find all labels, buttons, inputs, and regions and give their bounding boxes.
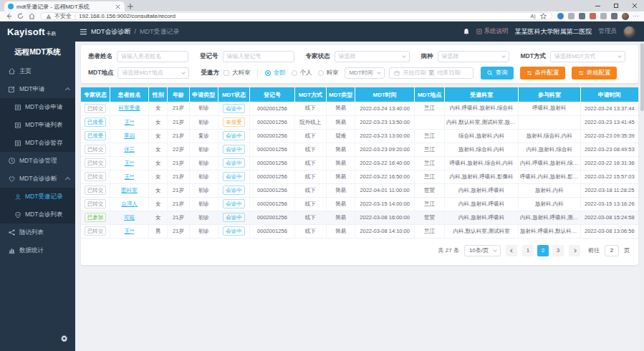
- search-button[interactable]: 查询: [481, 67, 514, 80]
- radio-department[interactable]: 科室: [318, 69, 338, 77]
- table-cell: 世贸: [414, 211, 444, 224]
- bell-icon[interactable]: [463, 28, 470, 36]
- table-cell: 王**: [110, 156, 148, 170]
- home-icon[interactable]: [29, 13, 35, 19]
- table-cell: 图科室: [110, 183, 148, 197]
- goto-page-input[interactable]: [605, 245, 619, 256]
- sidebar-item-mdt-consult-draft[interactable]: MDT会诊暂存: [0, 134, 75, 152]
- mdt-mode-label: MDT方式: [521, 52, 546, 61]
- window-controls: [588, 0, 644, 11]
- refresh-icon[interactable]: [17, 13, 24, 19]
- sidebar-item-home[interactable]: 主页: [0, 62, 75, 80]
- page-button-3[interactable]: 3: [552, 245, 564, 256]
- read-aloud-icon[interactable]: A): [531, 14, 536, 19]
- status-badge: 会诊中: [223, 145, 245, 154]
- mdt-location-select[interactable]: 请选择MDT地点: [117, 67, 189, 79]
- table-cell: 内科,放射科,呼吸科: [445, 183, 519, 197]
- table-cell: 简易: [327, 170, 355, 183]
- browser-profile-avatar[interactable]: [622, 13, 629, 20]
- date-end-placeholder: 结束日期: [437, 69, 460, 77]
- mdt-mode-select[interactable]: 请选择MDT方式: [550, 51, 625, 62]
- back-icon[interactable]: [6, 13, 12, 19]
- table-cell: 台湾人: [110, 197, 148, 211]
- patient-name-link[interactable]: 台湾人: [121, 201, 138, 207]
- settings-gear-icon[interactable]: [60, 332, 68, 345]
- user-avatar[interactable]: [623, 26, 635, 38]
- sidebar-item-follow-up-list[interactable]: 随访列表: [0, 223, 75, 241]
- extension-icon[interactable]: [557, 13, 564, 19]
- patient-name-link[interactable]: 图科室: [121, 187, 138, 193]
- column-header: 受邀科室: [445, 87, 519, 102]
- new-tab-button[interactable]: [125, 1, 136, 11]
- patient-name-link[interactable]: 张三: [124, 146, 135, 153]
- table-row: 已转交王**女21岁初诊会诊中0002001256线下简易2022-03-22 …: [81, 170, 638, 183]
- table-cell: 2022-03-15 13:16:26: [580, 197, 638, 211]
- sidebar-item-mdt-consult-diagnose[interactable]: MDT会诊诊断: [0, 170, 75, 188]
- tab-close-icon[interactable]: [114, 3, 121, 10]
- patient-name-link[interactable]: 王**: [125, 173, 134, 180]
- extension-icon[interactable]: [568, 13, 575, 19]
- time-type-select[interactable]: MDT时间: [345, 67, 385, 79]
- page-size-select[interactable]: 10条/页: [464, 245, 501, 256]
- prev-page-button[interactable]: [506, 245, 517, 256]
- table-cell: 线下: [294, 183, 326, 197]
- table-cell: 2022-03-23 13:50:00: [355, 115, 415, 129]
- table-cell: 会诊中: [218, 143, 249, 156]
- condition-config-button[interactable]: 条件配置: [520, 67, 565, 80]
- table-cell: 简易: [327, 115, 355, 129]
- table-cell: 已转交: [81, 197, 110, 211]
- sidebar-item-mdt-invite-record[interactable]: MDT受邀记录: [0, 188, 75, 206]
- patient-name-link[interactable]: 王**: [125, 119, 134, 125]
- patient-name-link[interactable]: 李四: [124, 133, 135, 139]
- extension-icon[interactable]: [590, 13, 596, 19]
- table-cell: 线下: [294, 224, 326, 238]
- extension-icon[interactable]: [579, 13, 585, 19]
- next-page-button[interactable]: [569, 245, 580, 256]
- disease-select[interactable]: 请选择: [438, 51, 509, 62]
- table-config-button[interactable]: 表格配置: [572, 67, 617, 80]
- column-header: MDT时间: [355, 87, 415, 102]
- sidebar-item-mdt-apply[interactable]: MDT申请: [0, 80, 75, 98]
- sidebar-item-data-statistics[interactable]: 数据统计: [0, 241, 75, 259]
- main-content: 患者姓名 登记号 专家状态 请选择 病种 请选择: [75, 42, 644, 351]
- page-button-2[interactable]: 2: [537, 245, 549, 256]
- patient-name-input[interactable]: [117, 51, 188, 62]
- radio-all[interactable]: 全部: [265, 69, 285, 77]
- expert-status-select[interactable]: 请选择: [335, 51, 410, 62]
- close-button[interactable]: [625, 0, 644, 11]
- browser-tab[interactable]: mdt受邀记录 - 远程MDT系统: [4, 1, 125, 11]
- page-button-1[interactable]: 1: [522, 245, 534, 256]
- browser-menu-icon[interactable]: [633, 16, 639, 17]
- date-range-picker[interactable]: 开始日期 至 结束日期: [389, 67, 474, 79]
- system-help-link[interactable]: 系统说明: [476, 27, 509, 36]
- patient-name-link[interactable]: 科室受邀: [119, 105, 140, 111]
- table-row: 已接受王**女21岁初诊未接受0002001256院外线上简易2022-03-2…: [81, 115, 638, 129]
- column-header: 专家状态: [81, 87, 110, 102]
- scrollbar-thumb[interactable]: [640, 43, 644, 111]
- patient-name-link[interactable]: 王**: [125, 160, 134, 166]
- extension-icon[interactable]: [611, 13, 617, 19]
- sidebar-item-mdt-consult-apply[interactable]: MDT会诊申请: [0, 98, 75, 116]
- table-cell: 内科,呼吸科,放射科,综合科: [445, 102, 519, 115]
- bookmark-star-icon[interactable]: [540, 13, 547, 19]
- patient-name-link[interactable]: 可筱: [124, 214, 135, 221]
- table-cell: 2022-03-18 11:28:25: [580, 183, 638, 197]
- chevron-down-icon: [402, 54, 406, 58]
- registration-input[interactable]: [223, 51, 294, 62]
- page-scrollbar[interactable]: [640, 42, 644, 351]
- sidebar-item-mdt-consult-manage[interactable]: MDT会诊管理: [0, 152, 75, 170]
- table-cell: 0002001256: [250, 102, 294, 115]
- patient-name-link[interactable]: 王**: [125, 228, 134, 234]
- status-badge: 会诊中: [223, 213, 245, 222]
- sidebar-item-mdt-apply-list[interactable]: MDT申请列表: [0, 116, 75, 134]
- big-department-checkbox[interactable]: [224, 70, 229, 76]
- maximize-button[interactable]: [607, 0, 625, 11]
- address-bar[interactable]: 不安全 | 192.168.0.156:9002/consultate/reco…: [40, 12, 552, 20]
- extension-icon[interactable]: [600, 13, 607, 19]
- sidebar-collapse-icon[interactable]: [75, 29, 91, 35]
- sliders-icon: [527, 70, 532, 76]
- minimize-button[interactable]: [588, 0, 607, 11]
- radio-personal[interactable]: 个人: [292, 69, 312, 77]
- table-cell: 简易: [327, 197, 355, 211]
- sidebar-item-mdt-consult-list[interactable]: MDT会诊列表: [0, 206, 75, 223]
